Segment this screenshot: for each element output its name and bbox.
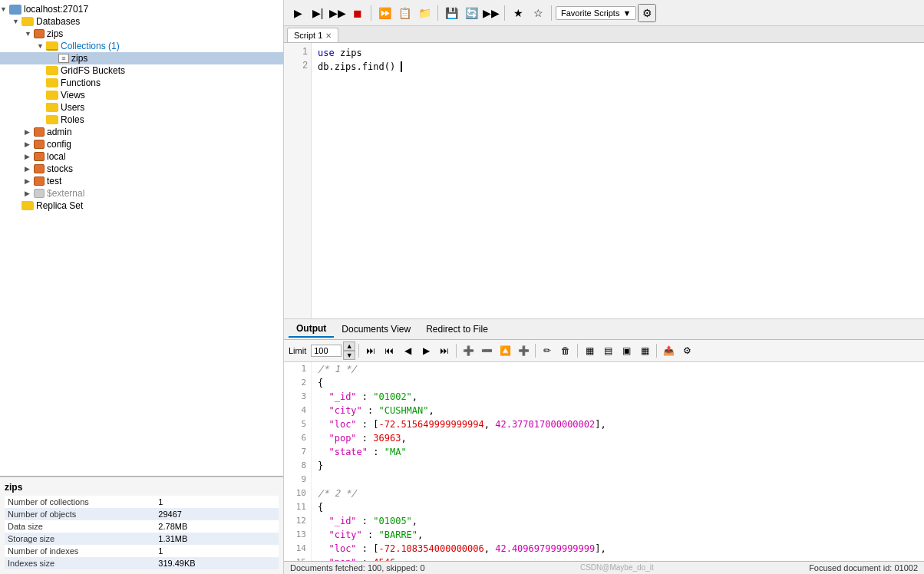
play-step-button[interactable]: ▶|	[309, 4, 327, 22]
spin-up-button[interactable]: ▲	[343, 341, 355, 351]
tree-item-databases[interactable]: ▼Databases	[0, 15, 283, 28]
result-line-number: 7	[284, 445, 312, 459]
toolbar-btn-7[interactable]: ★	[509, 4, 527, 22]
stats-title: zips	[5, 482, 279, 493]
nav-start-btn[interactable]: ⏮	[381, 342, 398, 359]
script-tab-close[interactable]: ✕	[325, 31, 332, 40]
tree-item-functions[interactable]: Functions	[0, 77, 283, 89]
result-line: 5 "loc" : [-72.515649999999994, 42.37701…	[284, 417, 924, 431]
tree-item-admin[interactable]: ▶admin	[0, 126, 283, 138]
stats-row: Indexes size319.49KB	[5, 557, 279, 569]
stats-row: Data size2.78MB	[5, 520, 279, 533]
result-code: "pop" : 4546,	[312, 556, 401, 561]
view-2-btn[interactable]: ▤	[599, 342, 616, 359]
nav-end-btn[interactable]: ⏭	[362, 342, 379, 359]
tree-item-stocks[interactable]: ▶stocks	[0, 163, 283, 175]
result-line: 4 "city" : "CUSHMAN",	[284, 404, 924, 417]
tree-item-users[interactable]: Users	[0, 101, 283, 114]
output-toolbar: Limit ▲ ▼ ⏭ ⏮ ◀ ▶ ⏭ ➕ ➖ 🔼 ➕ ✏ 🗑	[284, 340, 924, 362]
result-line-number: 9	[284, 473, 312, 487]
nav-play-btn[interactable]: ▶	[417, 342, 434, 359]
limit-input[interactable]	[311, 345, 342, 357]
nav-prev-btn[interactable]: ◀	[399, 342, 416, 359]
tree-item-views[interactable]: Views	[0, 89, 283, 101]
output-tab-documents[interactable]: Documents View	[334, 322, 418, 337]
script-tabs: Script 1 ✕	[284, 26, 924, 43]
play-button[interactable]: ▶	[289, 4, 307, 22]
tree-item-zips-col[interactable]: ≡zips	[0, 52, 283, 64]
gear-button[interactable]: ⚙	[638, 4, 656, 22]
result-line-number: 3	[284, 390, 312, 404]
result-code: "city" : "BARRE",	[312, 528, 423, 542]
right-panel: ▶ ▶| ▶▶ ◼ ⏩ 📋 📁 💾 🔄 ▶▶ ★ ☆ Favorite Scri…	[284, 0, 924, 574]
clone-btn[interactable]: ➕	[515, 342, 532, 359]
view-4-btn[interactable]: ▦	[636, 342, 653, 359]
output-tab-redirect[interactable]: Redirect to File	[418, 322, 496, 337]
output-tab-output[interactable]: Output	[289, 321, 334, 338]
play-all-button[interactable]: ▶▶	[328, 4, 347, 22]
toolbar-btn-6[interactable]: ▶▶	[482, 4, 500, 22]
stats-value: 1.31MB	[155, 533, 279, 545]
stats-label: Indexes size	[5, 557, 155, 569]
toolbar-btn-2[interactable]: 📋	[395, 4, 414, 22]
stats-value: 1	[155, 545, 279, 557]
toolbar-btn-1[interactable]: ⏩	[375, 4, 394, 22]
favorite-scripts-label: Favorite Scripts	[561, 8, 619, 18]
remove-btn[interactable]: ➖	[478, 342, 495, 359]
tree-item-external[interactable]: ▶$external	[0, 187, 283, 200]
result-line-number: 11	[284, 500, 312, 514]
result-code: "_id" : "01002",	[312, 390, 417, 404]
editor-gutter: 12	[284, 43, 312, 318]
result-code: "pop" : 36963,	[312, 431, 407, 445]
edit-btn[interactable]: ✏	[539, 342, 556, 359]
tree-item-zips[interactable]: ▼zips	[0, 28, 283, 40]
toolbar-btn-5[interactable]: 🔄	[462, 4, 480, 22]
editor-line: use zips	[318, 46, 918, 60]
spin-down-button[interactable]: ▼	[343, 351, 355, 360]
view-3-btn[interactable]: ▣	[618, 342, 635, 359]
results-area[interactable]: 1/* 1 */2{3 "_id" : "01002",4 "city" : "…	[284, 362, 924, 561]
add-btn[interactable]: ➕	[460, 342, 477, 359]
up-btn[interactable]: 🔼	[497, 342, 513, 359]
tree-item-replicaset[interactable]: Replica Set	[0, 200, 283, 212]
nav-last-btn[interactable]: ⏭	[436, 342, 453, 359]
toolbar-btn-8[interactable]: ☆	[529, 4, 547, 22]
result-line: 10/* 2 */	[284, 487, 924, 500]
tree-item-config[interactable]: ▶config	[0, 138, 283, 150]
stats-value: 1	[155, 496, 279, 508]
stats-label: Storage size	[5, 533, 155, 545]
stats-row: Number of objects29467	[5, 508, 279, 520]
toolbar-divider-4	[551, 5, 552, 21]
favorite-scripts-button[interactable]: Favorite Scripts ▼	[556, 6, 636, 20]
toolbar-btn-3[interactable]: 📁	[415, 4, 434, 22]
output-tabs: OutputDocuments ViewRedirect to File	[284, 319, 924, 340]
script-tab-1[interactable]: Script 1 ✕	[287, 28, 338, 42]
result-code: "state" : "MA"	[312, 445, 407, 459]
result-line-number: 4	[284, 404, 312, 417]
result-line-number: 14	[284, 542, 312, 556]
result-code: /* 1 */	[312, 362, 357, 376]
settings-btn[interactable]: ⚙	[678, 342, 695, 359]
view-1-btn[interactable]: ▦	[581, 342, 598, 359]
limit-label: Limit	[289, 346, 306, 355]
stats-table: Number of collections1Number of objects2…	[5, 496, 279, 569]
toolbar-btn-4[interactable]: 💾	[442, 4, 460, 22]
result-code: "loc" : [-72.108354000000006, 42.4096979…	[312, 542, 606, 556]
tree-item-test[interactable]: ▶test	[0, 175, 283, 187]
stop-button[interactable]: ◼	[348, 4, 367, 22]
toolbar: ▶ ▶| ▶▶ ◼ ⏩ 📋 📁 💾 🔄 ▶▶ ★ ☆ Favorite Scri…	[284, 0, 924, 26]
export-btn[interactable]: 📤	[660, 342, 677, 359]
delete-btn[interactable]: 🗑	[557, 342, 574, 359]
stats-value: 2.78MB	[155, 520, 279, 533]
tree-item-collections[interactable]: ▼Collections (1)	[0, 40, 283, 52]
tree-item-local[interactable]: ▶local	[0, 150, 283, 163]
toolbar-divider-1	[371, 5, 371, 21]
tree-item-gridfs[interactable]: GridFS Buckets	[0, 64, 283, 77]
result-line-number: 10	[284, 487, 312, 500]
stats-value: 29467	[155, 508, 279, 520]
editor-content[interactable]: use zipsdb.zips.find()	[312, 43, 924, 318]
result-code: "_id" : "01005",	[312, 514, 417, 528]
tree-item-roles[interactable]: Roles	[0, 114, 283, 126]
tree-item-server[interactable]: ▼localhost:27017	[0, 3, 283, 15]
result-line: 6 "pop" : 36963,	[284, 431, 924, 445]
